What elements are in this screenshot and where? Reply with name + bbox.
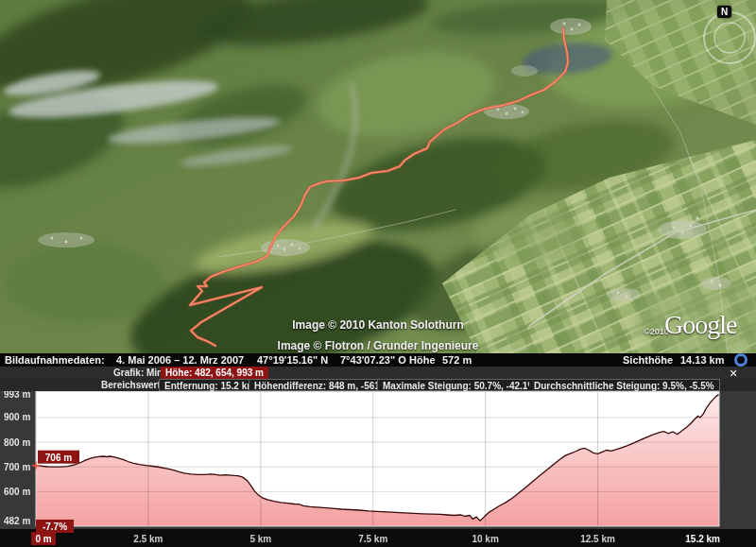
eye-altitude-label: Sichthöhe: [623, 353, 673, 367]
eye-altitude-value: 14.13 km: [680, 353, 724, 367]
elevation-marker-label: 706 m: [45, 453, 72, 463]
y-tick-label: 700 m: [4, 462, 30, 472]
copyright-kanton: Image © 2010 Kanton Solothurn: [0, 318, 756, 332]
distance-stat: Entfernung: 15.2 km: [159, 379, 261, 391]
avg-slope-stat: Durchschnittliche Steigung: 9.5%, -5.5%: [529, 379, 720, 391]
y-tick-label: 482 m: [4, 516, 30, 526]
slope-marker-label: -7.7%: [43, 521, 67, 532]
google-earth-window: Image © 2010 Kanton Solothurn Image © Fl…: [0, 0, 756, 547]
longitude-value: 7°43'07.23" O: [340, 353, 406, 367]
profile-stats-row-2: Bereichswerte: Entfernung: 15.2 km Höhen…: [0, 379, 756, 391]
navigation-ring-icon[interactable]: [734, 353, 747, 367]
copyright-flotron: Image © Flotron / Grunder Ingenieure: [0, 339, 756, 352]
profile-stats-row-1: Grafik: Min., Durchschnitt, Max. Höhe: 4…: [0, 367, 756, 379]
max-slope-stat: Maximale Steigung: 50.7%, -42.1%: [377, 379, 541, 391]
x-tick-label: 10 km: [472, 534, 498, 544]
status-bar: Bildaufnahmedaten: 4. Mai 2006 – 12. Mrz…: [0, 353, 756, 367]
x-tick-label: 15.2 km: [685, 534, 720, 544]
x-tick-label: 7.5 km: [358, 534, 387, 544]
height-stats-badge: Höhe: 482, 654, 993 m: [161, 367, 268, 379]
close-profile-icon[interactable]: ✕: [727, 368, 740, 379]
x-tick-label: 12.5 km: [580, 534, 615, 544]
y-tick-label: 600 m: [4, 487, 30, 497]
compass-north-label[interactable]: N: [717, 6, 731, 18]
terrain-image: [0, 0, 756, 353]
elevation-diff-stat: Höhendifferenz: 848 m, -561 m: [249, 379, 396, 391]
imagery-date-label: Bildaufnahmedaten:: [5, 353, 105, 367]
y-tick-label: 900 m: [4, 412, 30, 422]
pointer-elevation-value: 572 m: [442, 353, 472, 367]
x-tick-label: 2.5 km: [133, 534, 163, 544]
latitude-value: 47°19'15.16" N: [257, 353, 328, 367]
elevation-profile-chart[interactable]: 993 m900 m800 m700 m600 m482 m0 m2.5 km5…: [0, 391, 756, 547]
imagery-date-value: 4. Mai 2006 – 12. Mrz 2007: [116, 353, 244, 367]
x-tick-label: 5 km: [249, 534, 271, 544]
distance-marker-label: 0 m: [35, 534, 51, 544]
y-tick-label: 993 m: [4, 391, 30, 400]
satellite-map[interactable]: Image © 2010 Kanton Solothurn Image © Fl…: [0, 0, 756, 353]
pointer-elevation-label: Höhe: [409, 353, 436, 367]
y-tick-label: 800 m: [4, 437, 30, 448]
google-logo: Google: [664, 310, 736, 340]
